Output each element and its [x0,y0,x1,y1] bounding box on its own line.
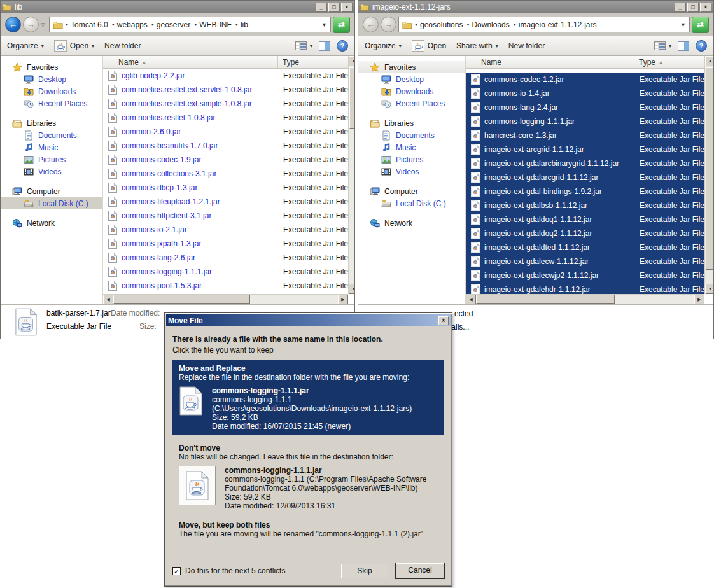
file-row[interactable]: cglib-nodep-2.2.jar Executable Jar File [103,69,348,83]
file-row[interactable]: commons-io-2.1.jar Executable Jar File [103,223,348,237]
file-row[interactable]: com.noelios.restlet.ext.simple-1.0.8.jar… [103,97,348,111]
sidebar-item-documents[interactable]: Documents [358,129,465,141]
breadcrumb-label[interactable]: geoserver [157,20,190,29]
breadcrumb-arrow-icon[interactable]: ▾ [66,22,68,27]
breadcrumb-arrow-icon[interactable]: ▾ [514,22,516,27]
sidebar-item-recent-places[interactable]: Recent Places [358,97,465,109]
titlebar[interactable]: imageio-ext-1.1.12-jars _ □ × [358,1,713,13]
help-button[interactable]: ? [696,40,707,52]
vertical-scroll-thumb[interactable] [349,67,354,129]
file-row-selected[interactable]: commons-codec-1.2.jar Executable Jar Fil… [466,73,704,87]
sidebar-item-music[interactable]: Music [1,141,102,153]
sidebar-item-downloads[interactable]: Downloads [358,85,465,97]
maximize-button[interactable]: □ [687,3,699,12]
breadcrumb-label[interactable]: imageio-ext-1.1.12-jars [519,20,597,29]
forward-button[interactable]: → [23,17,39,32]
preview-pane-button[interactable] [319,41,330,51]
breadcrumb-label[interactable]: Tomcat 6.0 [71,20,108,29]
column-header-type[interactable]: Type ▲ [634,56,704,68]
file-row-selected[interactable]: imageio-ext-gdalbsb-1.1.12.jar Executabl… [466,199,704,213]
breadcrumb-label[interactable]: geosolutions [420,20,463,29]
file-row[interactable]: commons-beanutils-1.7.0.jar Executable J… [103,139,348,153]
sidebar-group-libraries[interactable]: Libraries [358,117,465,129]
scroll-down-button[interactable]: ▼ [705,284,713,294]
breadcrumb-arrow-icon[interactable]: ▾ [415,22,417,27]
breadcrumb-arrow-icon[interactable]: ▾ [235,22,238,27]
file-row[interactable]: commons-collections-3.1.jar Executable J… [103,167,348,181]
file-row[interactable]: commons-fileupload-1.2.1.jar Executable … [103,195,348,209]
open-button[interactable]: Open [412,40,446,52]
scroll-down-button[interactable]: ▼ [349,284,354,294]
sidebar-group-computer[interactable]: Computer [358,185,465,197]
refresh-button[interactable]: ⇄ [333,17,350,33]
breadcrumb-segment[interactable]: ▾ webapps [112,20,148,29]
sidebar-group-network[interactable]: Network [1,217,102,229]
file-row[interactable]: common-2.6.0.jar Executable Jar File [103,125,348,139]
sidebar-item-recent-places[interactable]: Recent Places [1,97,102,109]
breadcrumb-arrow-icon[interactable]: ▾ [194,22,197,27]
conflict-checkbox[interactable]: ✓ [172,567,181,575]
vertical-scroll-thumb[interactable] [706,67,713,270]
address-dropdown-icon[interactable]: ▼ [680,22,686,28]
sidebar-item-desktop[interactable]: Desktop [1,73,102,85]
file-row[interactable]: commons-codec-1.9.jar Executable Jar Fil… [103,153,348,167]
minimize-button[interactable]: _ [316,3,327,12]
breadcrumb-arrow-icon[interactable]: ▾ [466,22,469,27]
scroll-right-button[interactable]: ▶ [338,295,348,304]
file-row[interactable]: commons-lang-2.6.jar Executable Jar File [103,251,348,265]
views-button[interactable]: ▾ [295,41,312,50]
sidebar-item-desktop[interactable]: Desktop [358,73,465,85]
file-row-selected[interactable]: imageio-ext-gdalecwjp2-1.1.12.jar Execut… [466,269,704,283]
sidebar-item-local-disk[interactable]: Local Disk (C:) [1,197,102,209]
new-folder-button[interactable]: New folder [508,41,545,50]
sidebar-group-network[interactable]: Network [358,217,465,229]
file-row-selected[interactable]: commons-logging-1.1.1.jar Executable Jar… [466,115,704,129]
views-button[interactable]: ▾ [654,41,671,50]
titlebar[interactable]: lib _ □ × [1,1,354,13]
breadcrumb-segment[interactable]: ▾ geosolutions [415,20,463,29]
breadcrumb-label[interactable]: webapps [117,20,148,29]
sidebar-item-local-disk[interactable]: Local Disk (C:) [358,197,465,209]
sidebar-group-favorites[interactable]: Favorites [1,61,102,73]
file-row[interactable]: commons-dbcp-1.3.jar Executable Jar File [103,181,348,195]
breadcrumb-segment[interactable]: ▾ geoserver [151,20,190,29]
breadcrumb-segment[interactable]: ▾ imageio-ext-1.1.12-jars [514,20,597,29]
vertical-scrollbar[interactable]: ▲ ▼ [704,56,713,294]
breadcrumb-segment[interactable]: ▾ Downloads [466,20,509,29]
horizontal-scroll-thumb[interactable] [113,295,250,304]
close-button[interactable]: × [700,3,711,12]
column-header-name[interactable]: Name [466,56,634,68]
conflict-checkbox-label[interactable]: Do this for the next 5 conflicts [185,566,285,575]
option-keep-both[interactable]: Move, but keep both files The file you a… [172,521,444,538]
file-row-selected[interactable]: imageio-ext-gdaldoq2-1.1.12.jar Executab… [466,227,704,241]
file-row-selected[interactable]: imageio-ext-gdaldted-1.1.12.jar Executab… [466,241,704,255]
share-with-button[interactable]: Share with ▾ [456,41,498,50]
file-row[interactable]: commons-httpclient-3.1.jar Executable Ja… [103,209,348,223]
file-row[interactable]: com.noelios.restlet-1.0.8.jar Executable… [103,111,348,125]
sidebar-group-libraries[interactable]: Libraries [1,117,102,129]
sidebar-item-music[interactable]: Music [358,141,465,153]
close-button[interactable]: × [341,3,353,12]
sidebar-item-pictures[interactable]: Pictures [358,153,465,165]
file-row-selected[interactable]: commons-lang-2.4.jar Executable Jar File [466,101,704,115]
back-button[interactable]: ← [5,17,21,32]
address-dropdown-icon[interactable]: ▼ [321,22,327,28]
scroll-left-button[interactable]: ◀ [466,295,476,304]
scroll-up-button[interactable]: ▲ [705,56,713,66]
sidebar-item-pictures[interactable]: Pictures [1,153,102,165]
horizontal-scrollbar[interactable]: ◀ ▶ [466,294,704,304]
skip-button[interactable]: Skip [341,564,388,578]
column-header-type[interactable]: Type [278,56,348,68]
file-row-selected[interactable]: imageio-ext-gdalehdr-1.1.12.jar Executab… [466,283,704,294]
file-row-selected[interactable]: commons-io-1.4.jar Executable Jar File [466,87,704,101]
cancel-button[interactable]: Cancel [396,563,444,578]
maximize-button[interactable]: □ [328,3,340,12]
file-row-selected[interactable]: imageio-ext-arcgrid-1.1.12.jar Executabl… [466,143,704,157]
file-row[interactable]: commons-logging-1.1.1.jar Executable Jar… [103,265,348,279]
horizontal-scrollbar[interactable]: ◀ ▶ [103,294,348,304]
file-row-selected[interactable]: imageio-ext-gdaldoq1-1.1.12.jar Executab… [466,213,704,227]
breadcrumb-label[interactable]: Downloads [472,20,509,29]
recent-pages-chevron-icon[interactable]: ▽ [41,22,47,28]
sidebar-item-videos[interactable]: Videos [1,165,102,178]
option-dont-move[interactable]: Don't move No files will be changed. Lea… [172,444,444,510]
